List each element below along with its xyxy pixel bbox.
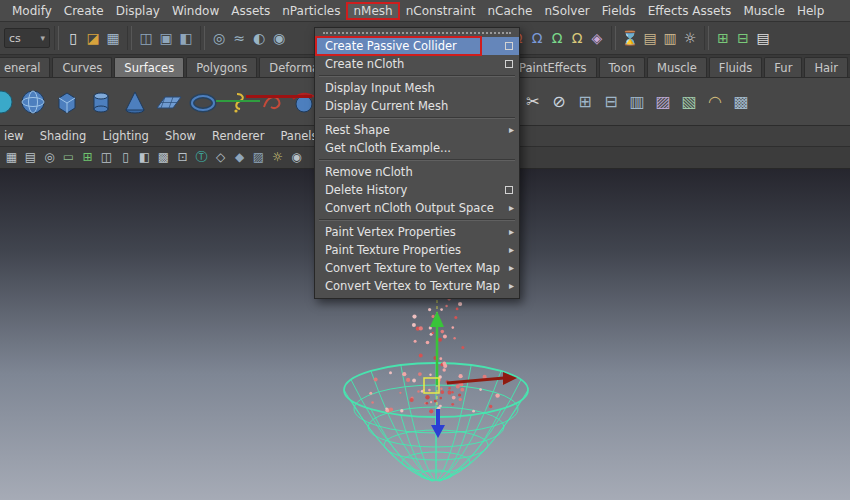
- menu-display[interactable]: Display: [110, 2, 166, 20]
- menu-help[interactable]: Help: [791, 2, 830, 20]
- shaded-icon[interactable]: ◆: [230, 148, 249, 167]
- safe-title-icon[interactable]: Ⓣ: [192, 148, 211, 167]
- select-hierarchy-icon[interactable]: ◫: [136, 27, 156, 49]
- image-plane-icon[interactable]: ▭: [59, 148, 78, 167]
- menu-create[interactable]: Create: [58, 2, 110, 20]
- shelf-tab-fur[interactable]: Fur: [764, 57, 802, 77]
- shelf-tab-curves[interactable]: Curves: [52, 57, 112, 77]
- film-gate-icon[interactable]: ◫: [97, 148, 116, 167]
- menu-nsolver[interactable]: nSolver: [538, 2, 595, 20]
- nurbs-cylinder-icon[interactable]: [84, 84, 118, 120]
- extend-surface-icon[interactable]: ▨: [650, 87, 676, 117]
- manip-x-axis[interactable]: [447, 378, 504, 383]
- render-settings-icon[interactable]: ☼: [680, 27, 700, 49]
- menu-item-convert-texture-to-vertex-map[interactable]: Convert Texture to Vertex Map ▸: [315, 259, 519, 277]
- nurbs-sphere-icon[interactable]: [16, 84, 50, 120]
- select-object-icon[interactable]: ▣: [156, 27, 176, 49]
- shelf-tab-hair[interactable]: Hair: [804, 57, 848, 77]
- toggle-panel-icon[interactable]: ⊟: [733, 27, 753, 49]
- shelf-tab-toon[interactable]: Toon: [599, 57, 645, 77]
- snap-to-plane-icon[interactable]: Ω: [567, 27, 587, 49]
- option-box-icon[interactable]: [505, 186, 513, 194]
- shelf-tab-surfaces[interactable]: Surfaces: [114, 57, 184, 77]
- menu-window[interactable]: Window: [166, 2, 225, 20]
- detach-icon[interactable]: ⊟: [598, 87, 624, 117]
- nurbs-plane-icon[interactable]: [152, 84, 186, 120]
- menu-assets[interactable]: Assets: [225, 2, 276, 20]
- snap-to-curve-icon[interactable]: Ω: [527, 27, 547, 49]
- offset-surface-icon[interactable]: ▧: [676, 87, 702, 117]
- menu-item-paint-vertex-properties[interactable]: Paint Vertex Properties ▸: [315, 223, 519, 241]
- menu-item-remove-ncloth[interactable]: Remove nCloth: [315, 163, 519, 181]
- select-mask-points-icon[interactable]: ◎: [209, 27, 229, 49]
- manip-y-arrowhead[interactable]: [430, 311, 444, 327]
- camera-settings-icon[interactable]: ▤: [21, 148, 40, 167]
- open-scene-icon[interactable]: ◪: [83, 27, 103, 49]
- untrim-icon[interactable]: ⊘: [546, 87, 572, 117]
- fillet-icon[interactable]: ◠: [702, 87, 728, 117]
- field-chart-icon[interactable]: ▩: [154, 148, 173, 167]
- menu-item-display-current-mesh[interactable]: Display Current Mesh: [315, 97, 519, 115]
- panel-menu-renderer[interactable]: Renderer: [204, 127, 273, 145]
- nurbs-cube-icon[interactable]: [50, 84, 84, 120]
- rebuild-icon[interactable]: ▩: [728, 87, 754, 117]
- menu-item-convert-vertex-to-texture-map[interactable]: Convert Vertex to Texture Map ▸: [315, 277, 519, 295]
- nurbs-cone-icon[interactable]: [118, 84, 152, 120]
- menu-item-display-input-mesh[interactable]: Display Input Mesh: [315, 79, 519, 97]
- insert-isoparm-icon[interactable]: ▥: [624, 87, 650, 117]
- shelf-tab-muscle[interactable]: Muscle: [647, 57, 707, 77]
- select-component-icon[interactable]: ◧: [176, 27, 196, 49]
- nurbs-torus-icon[interactable]: [186, 84, 220, 120]
- save-scene-icon[interactable]: ▦: [103, 27, 123, 49]
- manip-z-arrowhead[interactable]: [431, 425, 445, 438]
- snap-to-point-icon[interactable]: Ω: [547, 27, 567, 49]
- ipr-render-icon[interactable]: ▥: [660, 27, 680, 49]
- menu-effects-assets[interactable]: Effects Assets: [642, 2, 738, 20]
- menu-modify[interactable]: Modify: [6, 2, 58, 20]
- grid-icon[interactable]: ⊞: [78, 148, 97, 167]
- textured-icon[interactable]: ▨: [249, 148, 268, 167]
- menu-item-get-ncloth-example[interactable]: Get nCloth Example...: [315, 139, 519, 157]
- select-camera-icon[interactable]: ▦: [2, 148, 21, 167]
- panel-menu-view[interactable]: iew: [2, 127, 32, 145]
- menu-item-delete-history[interactable]: Delete History: [315, 181, 519, 199]
- menu-muscle[interactable]: Muscle: [737, 2, 791, 20]
- shelf-tab-fluids[interactable]: Fluids: [709, 57, 763, 77]
- bookmark-icon[interactable]: ◎: [40, 148, 59, 167]
- menu-nmesh[interactable]: nMesh: [346, 2, 399, 20]
- select-mask-surfaces-icon[interactable]: ◐: [249, 27, 269, 49]
- trim-icon[interactable]: ✂: [520, 87, 546, 117]
- construction-history-icon[interactable]: ⌛: [620, 27, 640, 49]
- shelf-tab-painteffects[interactable]: PaintEffects: [509, 57, 597, 77]
- toggle-grid-icon[interactable]: ⊞: [713, 27, 733, 49]
- menu-set-selector[interactable]: cs ▾: [4, 28, 50, 48]
- menu-nparticles[interactable]: nParticles: [276, 2, 346, 20]
- menu-tearoff-handle[interactable]: [323, 32, 511, 34]
- render-icon[interactable]: ▤: [640, 27, 660, 49]
- gate-mask-icon[interactable]: ◧: [135, 148, 154, 167]
- select-mask-dynamics-icon[interactable]: ◉: [269, 27, 289, 49]
- menu-item-convert-ncloth-output-space[interactable]: Convert nCloth Output Space ▸: [315, 199, 519, 217]
- lights-icon[interactable]: ☼: [268, 148, 287, 167]
- menu-fields[interactable]: Fields: [596, 2, 642, 20]
- menu-item-create-passive-collider[interactable]: Create Passive Collider: [315, 37, 519, 55]
- attach-icon[interactable]: ⊞: [572, 87, 598, 117]
- option-box-icon[interactable]: [505, 60, 513, 68]
- panel-menu-shading[interactable]: Shading: [32, 127, 95, 145]
- channel-box-icon[interactable]: ▤: [753, 27, 773, 49]
- select-mask-curves-icon[interactable]: ≈: [229, 27, 249, 49]
- panel-menu-show[interactable]: Show: [157, 127, 204, 145]
- new-scene-icon[interactable]: ▯: [63, 27, 83, 49]
- shelf-tab-polygons[interactable]: Polygons: [186, 57, 257, 77]
- wireframe-icon[interactable]: ◇: [211, 148, 230, 167]
- make-live-icon[interactable]: ◈: [587, 27, 607, 49]
- menu-item-paint-texture-properties[interactable]: Paint Texture Properties ▸: [315, 241, 519, 259]
- shelf-tab-general[interactable]: eneral: [0, 57, 50, 77]
- menu-item-rest-shape[interactable]: Rest Shape ▸: [315, 121, 519, 139]
- partial-shelf-icon[interactable]: [0, 84, 16, 120]
- resolution-gate-icon[interactable]: ▯: [116, 148, 135, 167]
- menu-item-create-ncloth[interactable]: Create nCloth: [315, 55, 519, 73]
- menu-ncache[interactable]: nCache: [482, 2, 539, 20]
- safe-action-icon[interactable]: ⊡: [173, 148, 192, 167]
- isolate-select-icon[interactable]: ◉: [287, 148, 306, 167]
